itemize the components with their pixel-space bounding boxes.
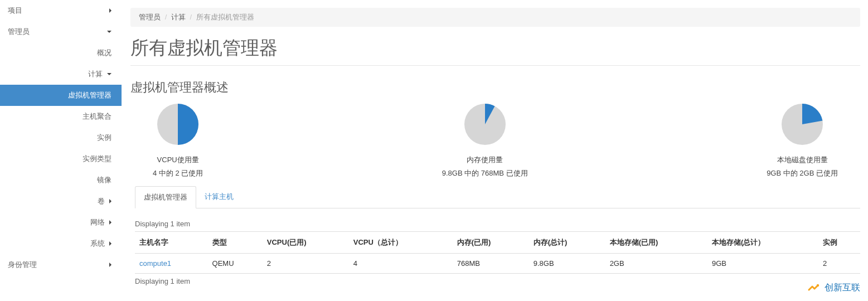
chart-label: 本地磁盘使用量 — [777, 155, 828, 165]
tab-compute-host[interactable]: 计算主机 — [196, 186, 242, 208]
sidebar-item-instances[interactable]: 实例 — [0, 127, 122, 148]
brand-text: 创新互联 — [825, 282, 860, 294]
col-storage-used[interactable]: 本地存储(已用) — [605, 232, 707, 254]
sidebar-item-identity[interactable]: 身份管理 — [0, 254, 122, 275]
table-container: Displaying 1 item 主机名字 类型 VCPU(已用) VCPU（… — [135, 216, 860, 289]
col-ram-used[interactable]: 内存(已用) — [453, 232, 529, 254]
chevron-right-icon — [109, 220, 111, 225]
breadcrumb: 管理员 / 计算 / 所有虚拟机管理器 — [130, 8, 860, 27]
col-instances[interactable]: 实例 — [818, 232, 860, 254]
cell-storage-used: 2GB — [605, 254, 707, 274]
sidebar: 项目 管理员 概况 计算 虚拟机管理器 主机聚合 实例 实例类型 镜像 卷 网络… — [0, 0, 122, 301]
breadcrumb-item[interactable]: 管理员 — [139, 13, 161, 21]
chart-sublabel: 4 中的 2 已使用 — [153, 168, 203, 178]
chart-label: VCPU使用量 — [157, 155, 199, 165]
sidebar-item-system[interactable]: 系统 — [0, 233, 122, 254]
chart-sublabel: 9GB 中的 2GB 已使用 — [767, 168, 838, 178]
main-content: 管理员 / 计算 / 所有虚拟机管理器 所有虚拟机管理器 虚拟机管理器概述 VC… — [122, 0, 868, 301]
table-header-row: 主机名字 类型 VCPU(已用) VCPU（总计） 内存(已用) 内存(总计) … — [135, 232, 860, 254]
chevron-right-icon — [109, 199, 111, 203]
tab-bar: 虚拟机管理器 计算主机 — [135, 186, 860, 208]
sidebar-item-host-aggregates[interactable]: 主机聚合 — [0, 106, 122, 127]
cell-vcpu-used: 2 — [263, 254, 349, 274]
pie-chart-icon — [782, 104, 823, 145]
table-caption-bottom: Displaying 1 item — [135, 274, 860, 289]
sidebar-item-volumes[interactable]: 卷 — [0, 191, 122, 212]
breadcrumb-separator: / — [190, 13, 192, 21]
table-row: compute1 QEMU 2 4 768MB 9.8GB 2GB 9GB 2 — [135, 254, 860, 274]
sidebar-item-compute[interactable]: 计算 — [0, 64, 122, 85]
chart-memory-usage: 内存使用量 9.8GB 中的 768MB 已使用 — [442, 104, 528, 178]
breadcrumb-separator: / — [165, 13, 167, 21]
cell-vcpu-total: 4 — [349, 254, 453, 274]
sidebar-item-label: 概况 — [97, 48, 111, 58]
col-storage-total[interactable]: 本地存储(总计） — [707, 232, 818, 254]
sidebar-item-label: 卷 — [98, 196, 105, 206]
breadcrumb-item-current: 所有虚拟机管理器 — [196, 13, 254, 21]
col-ram-total[interactable]: 内存(总计) — [529, 232, 605, 254]
charts-row: VCPU使用量 4 中的 2 已使用 内存使用量 9.8GB 中的 768MB … — [130, 104, 860, 178]
col-vcpu-total[interactable]: VCPU（总计） — [349, 232, 453, 254]
sidebar-item-flavors[interactable]: 实例类型 — [0, 148, 122, 169]
sidebar-item-label: 身份管理 — [8, 260, 37, 270]
sidebar-item-label: 系统 — [90, 239, 105, 249]
chart-disk-usage: 本地磁盘使用量 9GB 中的 2GB 已使用 — [767, 104, 838, 178]
cell-instances: 2 — [818, 254, 860, 274]
sidebar-item-label: 管理员 — [8, 27, 30, 37]
section-title: 虚拟机管理器概述 — [130, 79, 868, 96]
sidebar-item-label: 计算 — [88, 69, 103, 79]
col-hostname[interactable]: 主机名字 — [135, 232, 208, 254]
cell-type: QEMU — [208, 254, 263, 274]
breadcrumb-item[interactable]: 计算 — [171, 13, 186, 21]
sidebar-item-images[interactable]: 镜像 — [0, 169, 122, 191]
sidebar-item-project[interactable]: 项目 — [0, 0, 122, 21]
brand-logo-icon — [807, 281, 820, 294]
pie-chart-icon — [157, 104, 198, 145]
sidebar-item-label: 虚拟机管理器 — [68, 90, 111, 100]
col-type[interactable]: 类型 — [208, 232, 263, 254]
chart-vcpu-usage: VCPU使用量 4 中的 2 已使用 — [153, 104, 203, 178]
hypervisors-table: 主机名字 类型 VCPU(已用) VCPU（总计） 内存(已用) 内存(总计) … — [135, 231, 860, 274]
sidebar-item-label: 项目 — [8, 6, 22, 16]
sidebar-item-label: 镜像 — [97, 175, 111, 185]
brand-footer: 创新互联 — [807, 281, 860, 294]
chevron-down-icon — [107, 73, 111, 75]
chevron-right-icon — [109, 241, 111, 246]
sidebar-item-label: 主机聚合 — [83, 111, 111, 122]
chart-sublabel: 9.8GB 中的 768MB 已使用 — [442, 168, 528, 178]
sidebar-item-label: 实例类型 — [83, 154, 111, 164]
col-vcpu-used[interactable]: VCPU(已用) — [263, 232, 349, 254]
sidebar-item-admin[interactable]: 管理员 — [0, 21, 122, 42]
cell-hostname[interactable]: compute1 — [135, 254, 208, 274]
chevron-down-icon — [107, 31, 111, 33]
tab-hypervisor[interactable]: 虚拟机管理器 — [135, 186, 196, 208]
svg-point-3 — [817, 284, 819, 287]
sidebar-item-overview[interactable]: 概况 — [0, 42, 122, 64]
sidebar-item-hypervisors[interactable]: 虚拟机管理器 — [0, 85, 122, 106]
table-caption-top: Displaying 1 item — [135, 216, 860, 231]
cell-ram-total: 9.8GB — [529, 254, 605, 274]
sidebar-item-network[interactable]: 网络 — [0, 212, 122, 233]
cell-storage-total: 9GB — [707, 254, 818, 274]
chevron-right-icon — [109, 263, 111, 267]
chevron-right-icon — [109, 8, 111, 13]
page-title: 所有虚拟机管理器 — [130, 36, 860, 66]
cell-ram-used: 768MB — [453, 254, 529, 274]
pie-chart-icon — [464, 104, 506, 145]
chart-label: 内存使用量 — [467, 155, 503, 165]
sidebar-item-label: 实例 — [97, 133, 111, 143]
sidebar-item-label: 网络 — [90, 217, 105, 227]
